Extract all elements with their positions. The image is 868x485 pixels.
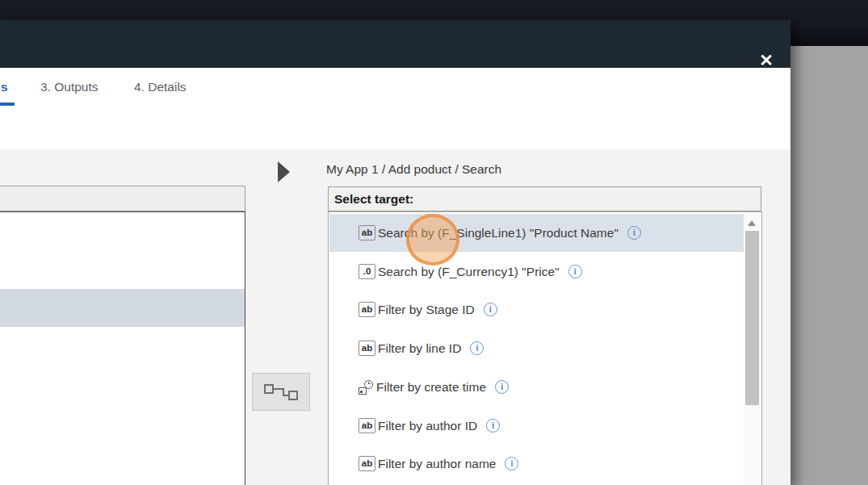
- target-field-row[interactable]: abSearch by (F_SingleLine1) "Product Nam…: [329, 214, 744, 252]
- source-panel-header: [0, 186, 245, 211]
- text-field-icon: ab: [359, 341, 375, 356]
- target-field-list: abFilter by author nameiabFilter by auth…: [328, 211, 762, 485]
- currency-icon: .0: [359, 264, 375, 279]
- info-icon[interactable]: i: [505, 457, 518, 470]
- target-field-row[interactable]: Filter by create timei: [329, 368, 744, 406]
- dialog-header: ✕: [0, 20, 790, 68]
- info-icon[interactable]: i: [495, 380, 509, 394]
- info-icon[interactable]: i: [484, 303, 497, 316]
- scrollbar[interactable]: [744, 213, 761, 485]
- field-label: Filter by line ID: [378, 341, 461, 356]
- info-icon[interactable]: i: [568, 265, 582, 278]
- select-target-header: Select target:: [328, 186, 761, 211]
- field-label: Filter by author name: [378, 457, 496, 471]
- dialog-content: My App 1 / Add poduct / Search Select ta…: [0, 149, 790, 485]
- source-panel: [0, 211, 245, 485]
- info-icon[interactable]: i: [486, 419, 500, 433]
- field-label: Search by (F_Currency1) "Price": [378, 265, 560, 279]
- page: ✕ s3. Outputs4. Details My App 1 / Add p…: [0, 0, 868, 485]
- field-label: Filter by Stage ID: [378, 303, 475, 317]
- create-time-icon: [359, 380, 374, 395]
- info-icon[interactable]: i: [627, 226, 641, 240]
- expand-arrow-icon: [278, 161, 290, 182]
- text-field-icon: ab: [359, 302, 375, 317]
- mapping-dialog: ✕ s3. Outputs4. Details My App 1 / Add p…: [0, 20, 790, 485]
- target-field-row[interactable]: abFilter by author namei: [329, 445, 744, 483]
- target-field-row[interactable]: abFilter by Stage IDi: [329, 291, 744, 328]
- field-label: Search by (F_SingleLine1) "Product Name": [378, 226, 619, 240]
- active-tab-underline: [0, 102, 15, 106]
- text-field-icon: ab: [359, 456, 375, 471]
- tabs: s3. Outputs4. Details: [0, 80, 404, 101]
- scroll-up-arrow-icon[interactable]: [748, 220, 756, 226]
- tab-3-outputs[interactable]: 3. Outputs: [40, 80, 99, 94]
- close-icon: ✕: [759, 51, 774, 69]
- target-field-row[interactable]: .0Search by (F_Currency1) "Price"i: [329, 253, 744, 291]
- info-icon[interactable]: i: [470, 341, 484, 355]
- breadcrumb: My App 1 / Add poduct / Search: [326, 162, 501, 177]
- source-selected-row[interactable]: [0, 289, 245, 327]
- tab-4-details[interactable]: 4. Details: [134, 80, 187, 94]
- select-target-label: Select target:: [334, 192, 413, 206]
- tab-s[interactable]: s: [1, 80, 8, 94]
- text-field-icon: ab: [359, 225, 375, 240]
- close-button[interactable]: ✕: [754, 49, 778, 72]
- target-field-row[interactable]: abFilter by line IDi: [329, 329, 744, 367]
- field-label: Filter by author ID: [378, 419, 477, 433]
- text-field-icon: ab: [359, 418, 375, 433]
- scrollbar-thumb[interactable]: [745, 231, 759, 405]
- field-label: Filter by create time: [376, 380, 486, 395]
- connect-fields-button[interactable]: [252, 373, 310, 411]
- target-field-row[interactable]: abFilter by author IDi: [329, 407, 744, 445]
- connection-icon: [262, 382, 300, 403]
